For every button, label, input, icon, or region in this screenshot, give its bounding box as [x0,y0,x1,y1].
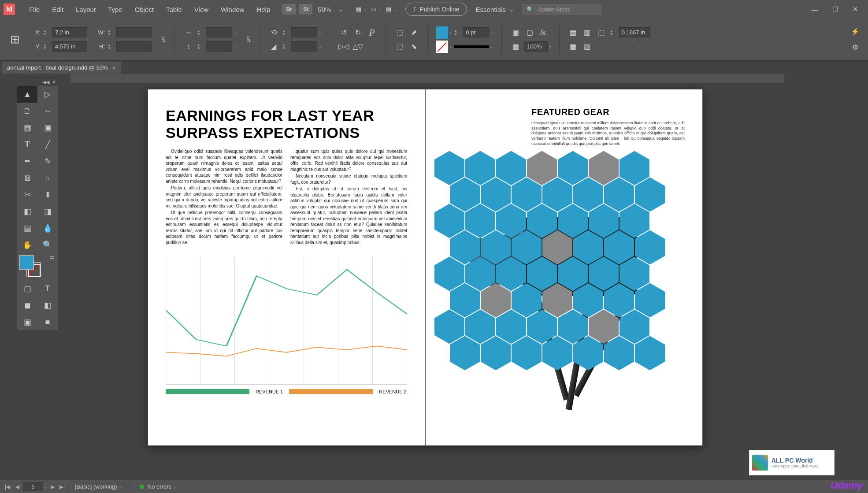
apply-gradient-icon[interactable]: ◧ [37,297,58,314]
chevron-down-icon[interactable]: ⌵ [234,30,237,35]
align-selection-icon[interactable]: ⬚ [394,27,405,38]
stroke-weight-input[interactable] [463,27,489,37]
rotate-stepper[interactable]: ▲▼ [282,30,288,36]
page-tool[interactable]: 🗋 [17,103,37,119]
content-collector-tool[interactable]: ▦ [17,119,37,136]
preset-label[interactable]: [Basic] (working) [74,483,117,490]
publish-online-button[interactable]: ⤴ Publish Online [405,3,467,16]
fit-frame-icon[interactable]: ▧ [582,41,593,52]
line-tool[interactable]: ╱ [37,136,58,153]
prev-page-button[interactable]: ◀ [13,484,21,490]
x-input[interactable] [52,27,87,37]
first-page-button[interactable]: |◀ [4,484,11,490]
reference-point-icon[interactable]: ⊞ [4,29,26,50]
apply-color-frame-icon[interactable]: ▢ [17,280,37,297]
note-tool[interactable]: ▤ [17,220,37,237]
selection-tool[interactable]: ▲ [17,86,37,103]
menu-file[interactable]: File [23,6,46,13]
indent-stepper[interactable]: ▲▼ [610,30,616,36]
x-stepper[interactable]: ▲▼ [43,30,49,36]
chevron-down-icon[interactable]: ⌵ [639,44,642,49]
menu-edit[interactable]: Edit [46,6,70,13]
tab-close-icon[interactable]: × [112,64,116,71]
close-button[interactable]: ✕ [846,3,864,15]
workspace-switcher[interactable]: Essentials ⌵ [476,5,513,13]
constrain-scale-icon[interactable]: 𝕊 [243,34,254,45]
fit-content-icon[interactable]: ▦ [568,41,579,52]
auto-fit-icon[interactable]: ⬚ [596,27,607,38]
chevron-right-icon[interactable]: › [549,44,551,49]
chevron-down-icon[interactable]: ⌵ [44,484,47,489]
panel-menu-icon[interactable]: ⚙ [849,42,861,53]
stroke-swatch[interactable] [436,41,448,53]
menu-table[interactable]: Table [160,6,188,13]
stroke-style[interactable] [454,45,489,48]
swap-colors-icon[interactable]: ⇄ [50,254,54,260]
clear-transform-icon[interactable]: P [366,27,378,38]
select-container-icon[interactable]: ⬈ [408,27,419,38]
zoom-tool[interactable]: 🔍 [37,237,58,253]
y-input[interactable] [52,41,87,52]
view-options-icon[interactable]: ▦ [352,4,364,15]
constrain-icon[interactable]: 𝕊 [158,34,169,45]
chevron-down-icon[interactable]: ⌵ [174,484,177,489]
zoom-select[interactable]: 50% ⌵ [318,5,343,13]
type-tool[interactable]: T [17,136,37,153]
page-left[interactable]: EARNINGS FOR LAST YEAR SURPASS EXPECTATI… [148,89,425,446]
maximize-button[interactable]: ☐ [826,3,844,15]
menu-help[interactable]: Help [250,6,276,13]
scale-x-stepper[interactable]: ▲▼ [197,30,203,36]
fill-swatch[interactable] [436,26,448,39]
flip-h-icon[interactable]: ▷◁ [338,41,349,52]
rotate-ccw-icon[interactable]: ↺ [338,27,349,38]
eyedropper-tool[interactable]: 💧 [37,220,58,237]
chevron-down-icon[interactable]: ⌵ [119,484,122,489]
ellipse-tool[interactable]: ○ [37,170,58,186]
bridge-button[interactable]: Br [282,4,296,15]
scale-y-input[interactable] [206,41,232,52]
y-stepper[interactable]: ▲▼ [43,44,49,50]
corner-options-icon[interactable]: ▢ [524,27,535,38]
page-right[interactable]: FEATURED GEAR Omsquod ignatlusti constur… [425,89,703,446]
text-wrap-none-icon[interactable]: ▤ [568,27,579,38]
rectangle-frame-tool[interactable]: ⊠ [17,170,37,186]
preview-view-icon[interactable]: ■ [37,314,58,330]
stock-button[interactable]: St [299,4,312,15]
hand-tool[interactable]: ✋ [17,237,37,253]
shear-input[interactable] [291,41,317,52]
scale-y-stepper[interactable]: ▲▼ [197,44,203,50]
scale-x-input[interactable] [206,27,232,37]
last-page-button[interactable]: ▶| [58,484,66,490]
w-stepper[interactable]: ▲▼ [108,30,114,36]
blend-input[interactable] [605,42,637,51]
tools-header[interactable]: ◀◀ ✕ [17,78,58,86]
select-content-icon[interactable]: ⬊ [408,41,419,52]
menu-object[interactable]: Object [129,6,160,13]
minimize-button[interactable]: — [805,3,824,15]
chevron-down-icon[interactable]: ⌵ [319,30,322,35]
fill-color[interactable] [19,255,34,270]
w-input[interactable] [116,27,152,37]
page-input[interactable] [23,482,43,491]
effects-icon[interactable]: fx. [538,27,549,38]
align-content-icon[interactable]: ⬚ [394,41,405,52]
canvas[interactable]: EARNINGS FOR LAST YEAR SURPASS EXPECTATI… [0,74,868,480]
collapse-icon[interactable]: ◀◀ [42,79,49,85]
gap-tool[interactable]: ↔ [37,103,58,119]
stroke-weight-stepper[interactable]: ▲▼ [454,30,460,36]
quick-apply-icon[interactable]: ⚡ [849,26,861,37]
gradient-swatch-tool[interactable]: ◧ [17,203,37,220]
screen-mode-icon[interactable]: ▭ [367,4,379,15]
chevron-down-icon[interactable]: ⌵ [491,30,493,35]
document-tab[interactable]: annual report - final design.indd @ 50% … [2,62,121,74]
direct-selection-tool[interactable]: ▷ [37,86,58,103]
stock-search[interactable]: 🔍 Adobe Stock [522,4,601,15]
scissors-tool[interactable]: ✂ [17,186,37,203]
drop-shadow-icon[interactable]: ▣ [510,27,521,38]
h-input[interactable] [116,41,152,52]
apply-color-text-icon[interactable]: T [37,280,58,297]
chevron-down-icon[interactable]: ⌵ [319,44,322,49]
pencil-tool[interactable]: ✎ [37,153,58,170]
normal-view-icon[interactable]: ▣ [17,314,37,330]
text-wrap-bbox-icon[interactable]: ▥ [582,27,593,38]
